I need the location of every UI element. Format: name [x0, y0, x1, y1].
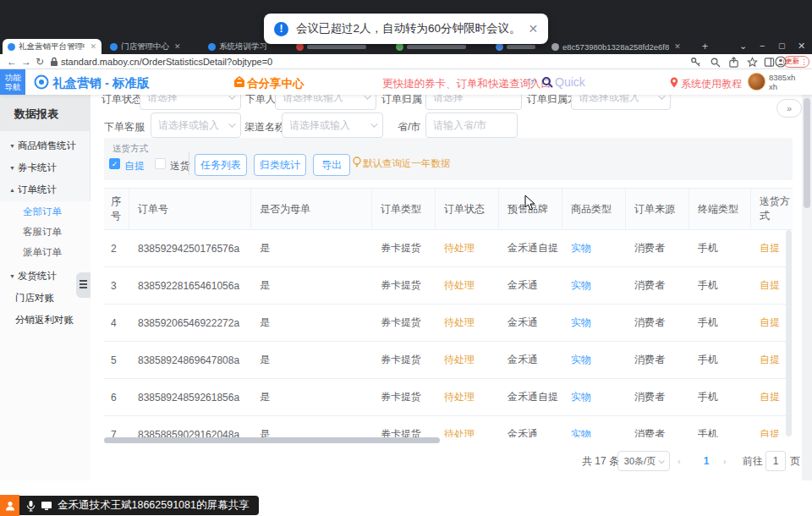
cell-source: 消费者 [626, 230, 689, 266]
new-tab-button[interactable]: + [697, 39, 712, 54]
cell-index: 4 [104, 305, 129, 341]
filter-input-province[interactable]: 请输入省/市 [425, 113, 518, 138]
tab-close-icon[interactable]: ✕ [174, 42, 181, 51]
cell-is_parent: 是 [251, 305, 372, 341]
user-avatar[interactable] [748, 73, 765, 91]
horizontal-scrollbar[interactable] [104, 437, 793, 443]
cell-product_type[interactable]: 实物 [562, 416, 626, 437]
side-panel-icon[interactable] [764, 57, 775, 68]
next-page-icon[interactable]: › [723, 451, 727, 471]
meeting-toast: ! 会议已超过2人，自动转为60分钟限时会议。 ✕ [264, 14, 548, 44]
share-icon[interactable] [728, 57, 739, 68]
sidebar-item-product-sales[interactable]: ▼商品销售统计 [0, 135, 91, 156]
cell-status: 待处理 [436, 230, 499, 266]
checkbox-label[interactable]: 自提 [124, 159, 145, 173]
quick-search-label[interactable]: Quick [555, 75, 585, 89]
vertical-scrollbar[interactable] [786, 230, 792, 436]
back-icon[interactable]: ← [7, 55, 17, 69]
screen-share-icon [41, 501, 52, 511]
browser-tab-gift-admin[interactable]: 礼盒营销平台管理中心 ✕ [3, 39, 102, 54]
table-row: 683858924859261856a是券卡提货待处理金禾通自提实物消费者手机自… [104, 379, 793, 416]
sidebar-item-label: 商品销售统计 [18, 140, 76, 152]
checkbox-delivery[interactable] [155, 158, 166, 169]
window-minimize-button[interactable]: − [760, 41, 765, 51]
menu-dots-icon: ⋮ [800, 58, 808, 66]
toast-close-icon[interactable]: ✕ [529, 22, 539, 36]
window-maximize-button[interactable]: ▢ [778, 41, 786, 50]
page-scrollbar-thumb[interactable] [804, 98, 810, 208]
sidebar-item-rebate-reconcile[interactable]: 分销返利对账 [0, 310, 91, 330]
tutorial-link[interactable]: 系统使用教程 [681, 77, 742, 91]
cell-product_type[interactable]: 实物 [562, 230, 626, 266]
category-stats-button[interactable]: 归类统计 [254, 154, 306, 176]
cell-product_type[interactable]: 实物 [562, 305, 626, 341]
app-logo-icon [34, 74, 49, 90]
table-body: 283859294250176576a是券卡提货待处理金禾通自提实物消费者手机自… [104, 230, 793, 437]
cell-product_type[interactable]: 实物 [562, 379, 626, 415]
location-pin-icon [670, 77, 678, 88]
function-nav-toggle[interactable]: 功能 导航 [0, 69, 25, 95]
url-bar[interactable]: standard.maboy.cn/OrderStatisticsDetail?… [61, 57, 272, 67]
window-close-button[interactable]: ✕ [798, 41, 805, 52]
sidebar-collapse-handle[interactable] [76, 272, 91, 298]
sidebar-item-service-orders[interactable]: 客服订单 [0, 222, 91, 242]
pointing-finger-icon: ☞ [527, 75, 537, 88]
sidebar-item-card-stats[interactable]: ▼券卡统计 [0, 157, 91, 178]
checkbox-self-pickup[interactable]: ✓ [109, 158, 120, 169]
placeholder-text: 请选择或输入 [289, 118, 350, 133]
current-page[interactable]: 1 [696, 451, 716, 471]
scrollbar-thumb[interactable] [104, 437, 440, 443]
zoom-icon[interactable] [710, 57, 721, 68]
tab-search-icon[interactable]: ⌄ [739, 41, 747, 52]
browser-tab-hash[interactable]: e8c573980b1328a258fd2e6f8 ✕ [546, 39, 692, 54]
cell-is_parent: 是 [251, 267, 372, 304]
goto-page-input[interactable]: 1 [765, 451, 786, 471]
default-range-tip: 默认查询近一年数据 [363, 157, 451, 170]
cell-order_type: 券卡提货 [372, 379, 436, 415]
cell-source: 消费者 [626, 342, 689, 378]
cell-status: 待处理 [436, 416, 499, 437]
cell-product_type[interactable]: 实物 [562, 267, 626, 304]
filter-select-orderer[interactable]: 请选择或输入 [275, 95, 376, 110]
filter-select-order-owner[interactable]: 请选择 [425, 95, 522, 110]
tab-close-icon[interactable]: ✕ [674, 42, 681, 51]
cell-product_type[interactable]: 实物 [562, 342, 626, 378]
prev-page-icon[interactable]: ‹ [678, 451, 681, 471]
expand-filters-button[interactable]: » [776, 99, 802, 118]
key-icon[interactable] [690, 57, 701, 68]
page-size-value: 30条/页 [624, 455, 656, 468]
cell-brand: 金禾通 [499, 342, 562, 378]
cell-terminal: 手机 [689, 230, 751, 266]
browser-update-button[interactable]: 更新 ⋮ [783, 56, 809, 68]
cell-order_no: 83859206546922272a [129, 305, 251, 341]
sidebar-item-label: 订单统计 [18, 184, 57, 196]
page-scrollbar-track[interactable] [802, 95, 812, 480]
sidebar-item-dispatch-orders[interactable]: 派单订单 [0, 242, 91, 262]
forward-icon[interactable]: → [21, 55, 31, 69]
task-list-button[interactable]: 任务列表 [195, 154, 247, 176]
sidebar-item-order-stats[interactable]: ▲订单统计 [0, 179, 91, 200]
filter-label: 省/市 [398, 120, 420, 134]
checkbox-label[interactable]: 送货 [170, 159, 190, 173]
goto-label: 前往 [743, 451, 763, 471]
filter-select-service-agent[interactable]: 请选择或输入 [151, 113, 241, 138]
tab-close-icon[interactable]: ✕ [90, 42, 96, 51]
export-button[interactable]: 导出 [313, 154, 350, 176]
col-order-source: 订单来源 [626, 189, 689, 229]
filter-select-owner-party[interactable]: 请选择或输入 [571, 95, 671, 110]
share-center-link[interactable]: 合分享中心 [247, 76, 304, 91]
tab-title [507, 45, 535, 49]
col-product-type: 商品类型 [562, 189, 626, 229]
bookmark-star-icon[interactable] [747, 57, 758, 68]
user-name-main: 8385xh [769, 73, 795, 82]
sidebar-item-all-orders[interactable]: 全部订单 [0, 201, 91, 222]
page-size-select[interactable]: 30条/页 [617, 451, 670, 471]
filter-select-channel[interactable]: 请选择或输入 [282, 113, 383, 138]
filter-select-order-status[interactable]: 请选择 [140, 95, 241, 110]
quick-search-icon[interactable] [541, 76, 553, 88]
reload-icon[interactable]: ↻ [36, 55, 44, 69]
caret-down-icon: ▼ [9, 273, 18, 279]
chevron-down-icon [228, 95, 235, 100]
browser-tab-store-admin[interactable]: 门店管理中心 ✕ [105, 39, 200, 54]
cell-is_parent: 是 [251, 416, 372, 437]
